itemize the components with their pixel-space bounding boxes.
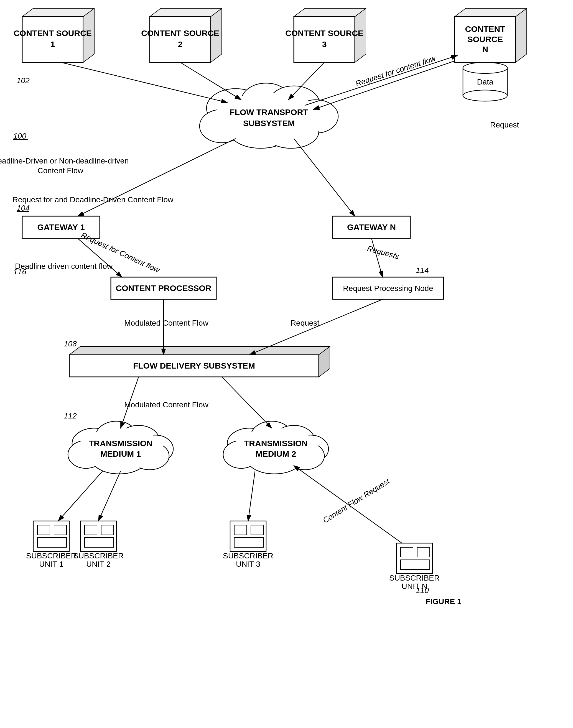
deadline-driven-content-flow-label: Deadline driven content flow	[15, 262, 113, 271]
fts-to-gw1-arrow	[77, 138, 236, 216]
content-source-n-top	[455, 8, 527, 17]
gateway-n-label: GATEWAY N	[347, 223, 396, 232]
figure-1-label: FIGURE 1	[425, 597, 461, 606]
ref-100: 100	[13, 132, 27, 140]
fts-to-csn-arrow	[305, 55, 457, 105]
content-source-2-label2: 2	[178, 40, 183, 49]
ref-112: 112	[64, 411, 77, 420]
svg-rect-33	[85, 538, 114, 547]
ref-102: 102	[17, 76, 30, 85]
content-source-3-top	[294, 8, 366, 17]
ref-114: 114	[416, 266, 429, 275]
request-for-deadline-label: Request for and Deadline-Driven Content …	[12, 195, 173, 204]
data-cylinder-bottom	[463, 90, 507, 101]
svg-rect-35	[234, 525, 247, 535]
subscriber-unit-3	[230, 521, 266, 552]
tm1-to-su2-arrow	[98, 471, 120, 521]
svg-rect-31	[85, 525, 97, 535]
svg-rect-40	[417, 547, 430, 557]
svg-rect-37	[234, 538, 263, 547]
content-source-2-label1: CONTENT SOURCE	[141, 29, 219, 38]
fds-to-tm2-arrow	[222, 377, 272, 428]
subscriber-unit-n-label1: SUBSCRIBER	[389, 574, 440, 582]
requests-label: Requests	[366, 244, 400, 261]
content-source-1-top	[22, 8, 94, 17]
subscriber-unit-1-label2: UNIT 1	[39, 560, 63, 568]
request-label-center: Request	[291, 319, 320, 327]
ref-104: 104	[17, 204, 30, 212]
cs2-to-fts-arrow	[180, 62, 241, 100]
request-label-right: Request	[490, 120, 519, 129]
subscriber-unit-2-label1: SUBSCRIBER	[73, 552, 124, 560]
deadline-driven-label: Deadline-Driven or Non-deadline-driven	[0, 157, 129, 165]
transmission-medium-2-label1: TRANSMISSION	[244, 439, 308, 448]
content-source-3-label2: 3	[322, 40, 327, 49]
data-label: Data	[477, 77, 493, 86]
request-processing-node-label: Request Processing Node	[343, 284, 433, 293]
content-source-1-label1: CONTENT SOURCE	[13, 29, 92, 38]
cs1-to-fts-arrow	[61, 62, 227, 103]
tm2-to-su3-arrow	[248, 471, 255, 521]
content-source-n-label1: CONTENT	[465, 24, 505, 34]
subscriber-unit-2-label2: UNIT 2	[86, 560, 111, 568]
svg-rect-39	[401, 547, 413, 557]
subscriber-unit-3-label1: SUBSCRIBER	[223, 552, 273, 560]
modulated-content-flow-label-2: Modulated Content Flow	[124, 400, 208, 409]
svg-rect-32	[101, 525, 114, 535]
transmission-medium-1-label1: TRANSMISSION	[89, 439, 152, 448]
content-source-n-labelN: N	[482, 45, 488, 54]
flow-delivery-label: FLOW DELIVERY SUBSYSTEM	[133, 361, 255, 370]
svg-rect-36	[251, 525, 263, 535]
tm1-to-su1-arrow	[58, 471, 103, 521]
svg-rect-27	[38, 525, 50, 535]
gateway-1-label: GATEWAY 1	[37, 223, 85, 232]
subscriber-unit-1	[33, 521, 69, 552]
content-flow-request-label: Content Flow Request	[321, 477, 391, 525]
ref-110: 110	[416, 586, 429, 595]
content-source-3-label1: CONTENT SOURCE	[285, 29, 363, 38]
modulated-content-flow-label-1: Modulated Content Flow	[124, 319, 208, 327]
subscriber-unit-2	[81, 521, 116, 552]
flow-delivery-box-top	[69, 346, 330, 355]
subscriber-unit-n	[397, 543, 432, 574]
content-processor-label: CONTENT PROCESSOR	[116, 283, 211, 293]
data-cylinder-top	[463, 62, 507, 73]
svg-point-25	[233, 428, 319, 470]
subscriber-unit-1-label1: SUBSCRIBER	[26, 552, 76, 560]
subscriber-unit-3-label2: UNIT 3	[236, 560, 260, 568]
transmission-medium-2-label2: MEDIUM 2	[256, 449, 296, 458]
content-source-n-label2: SOURCE	[467, 35, 503, 44]
flow-transport-label2: SUBSYSTEM	[243, 119, 295, 128]
transmission-medium-1-label2: MEDIUM 1	[100, 449, 141, 458]
svg-rect-41	[401, 560, 430, 569]
fts-to-gwn-arrow	[294, 138, 355, 216]
content-source-2-top	[150, 8, 222, 17]
content-source-1-label2: 1	[50, 40, 55, 49]
gwn-to-rpn-arrow	[371, 238, 382, 277]
svg-point-17	[77, 428, 164, 470]
content-source-n-right	[516, 8, 527, 62]
csn-to-fts-arrow	[313, 61, 455, 109]
ref-108: 108	[64, 339, 77, 348]
content-flow-label: Content Flow	[38, 166, 84, 175]
svg-rect-29	[38, 538, 66, 547]
svg-rect-28	[54, 525, 66, 535]
flow-transport-label1: FLOW TRANSPORT	[229, 108, 308, 117]
